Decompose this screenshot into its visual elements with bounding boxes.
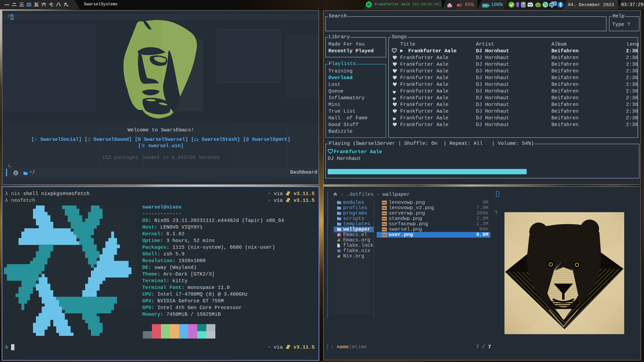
svg-text:E: E [15,172,17,175]
